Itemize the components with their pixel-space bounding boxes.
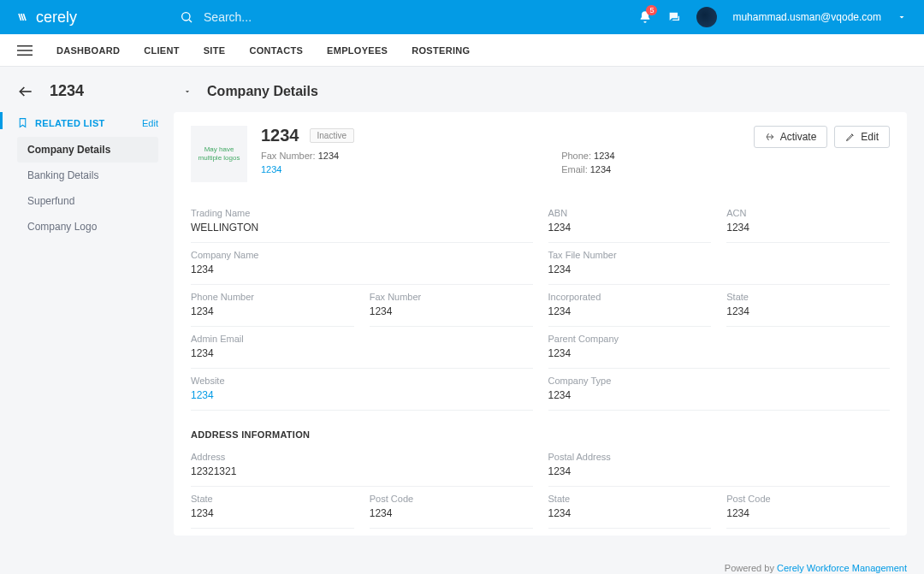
navbar: DASHBOARD CLIENT SITE CONTACTS EMPLOYEES… bbox=[0, 34, 924, 67]
search-icon bbox=[180, 10, 193, 24]
sidebar: RELATED LIST Edit Company Details Bankin… bbox=[17, 112, 158, 536]
status-badge: Inactive bbox=[310, 128, 354, 143]
chevron-down-icon[interactable] bbox=[897, 12, 907, 22]
company-logo-placeholder: May have multiple logos bbox=[191, 126, 247, 182]
chat-icon[interactable] bbox=[667, 10, 681, 24]
nav-contacts[interactable]: CONTACTS bbox=[249, 45, 303, 56]
field-incorporated: Incorporated 1234 bbox=[548, 285, 712, 327]
brand-name: cerely bbox=[36, 9, 77, 27]
sidebar-item-company-details[interactable]: Company Details bbox=[17, 137, 158, 163]
field-postal-address: Postal Address 1234 bbox=[548, 445, 891, 487]
dropdown-caret-icon[interactable] bbox=[183, 87, 192, 96]
pencil-icon bbox=[845, 132, 856, 142]
field-fax: Fax Number 1234 bbox=[370, 285, 533, 327]
nav-site[interactable]: SITE bbox=[204, 45, 226, 56]
field-address: Address 12321321 bbox=[191, 445, 533, 487]
activate-icon bbox=[765, 132, 775, 142]
field-state: State 1234 bbox=[726, 285, 890, 327]
page-id: 1234 bbox=[50, 82, 84, 100]
address-section-heading: ADDRESS INFORMATION bbox=[191, 411, 890, 445]
fax-meta: Fax Number: 1234 bbox=[261, 151, 339, 161]
footer-link[interactable]: Cerely Workforce Management bbox=[777, 563, 907, 573]
content: RELATED LIST Edit Company Details Bankin… bbox=[0, 112, 924, 553]
edit-button[interactable]: Edit bbox=[834, 126, 890, 148]
svg-point-0 bbox=[182, 13, 190, 21]
field-admin-email: Admin Email 1234 bbox=[191, 327, 533, 369]
sidebar-indicator bbox=[0, 112, 3, 129]
topbar-right: 5 muhammad.usman@vqode.com bbox=[638, 7, 907, 27]
email-meta: Email: 1234 bbox=[561, 164, 614, 175]
bookmark-icon bbox=[17, 117, 28, 128]
back-arrow-icon[interactable] bbox=[17, 83, 34, 100]
page-header: 1234 Company Details bbox=[0, 67, 924, 112]
main-card: May have multiple logos 1234 Inactive Fa… bbox=[174, 112, 907, 536]
activate-button[interactable]: Activate bbox=[754, 126, 828, 148]
related-header: RELATED LIST Edit bbox=[17, 112, 158, 137]
brand-logo[interactable]: cerely bbox=[17, 9, 77, 27]
field-abn: ABN 1234 bbox=[548, 201, 712, 243]
company-link[interactable]: 1234 bbox=[261, 164, 339, 175]
page-title: Company Details bbox=[207, 84, 318, 99]
related-edit-link[interactable]: Edit bbox=[142, 118, 158, 128]
field-address-postcode1: Post Code 1234 bbox=[370, 487, 533, 529]
nav-client[interactable]: CLIENT bbox=[144, 45, 180, 56]
phone-meta: Phone: 1234 bbox=[561, 151, 614, 161]
sidebar-item-superfund[interactable]: Superfund bbox=[17, 188, 158, 214]
field-phone: Phone Number 1234 bbox=[191, 285, 354, 327]
nav-dashboard[interactable]: DASHBOARD bbox=[56, 45, 120, 56]
field-website: Website 1234 bbox=[191, 369, 533, 411]
nav-employees[interactable]: EMPLOYEES bbox=[327, 45, 388, 56]
sidebar-item-company-logo[interactable]: Company Logo bbox=[17, 214, 158, 240]
notification-badge: 5 bbox=[646, 5, 657, 15]
notifications-button[interactable]: 5 bbox=[638, 10, 652, 24]
field-address-postcode2: Post Code 1234 bbox=[726, 487, 890, 529]
field-tfn: Tax File Number 1234 bbox=[548, 243, 891, 285]
menu-icon[interactable] bbox=[17, 44, 33, 56]
svg-line-1 bbox=[189, 20, 192, 22]
detail-grid: Trading Name WELLINGTON ABN 1234 ACN 123… bbox=[191, 201, 890, 529]
field-acn: ACN 1234 bbox=[726, 201, 890, 243]
card-actions: Activate Edit bbox=[754, 126, 890, 148]
field-parent-company: Parent Company 1234 bbox=[548, 327, 891, 369]
related-title: RELATED LIST bbox=[35, 118, 105, 128]
sidebar-item-banking-details[interactable]: Banking Details bbox=[17, 163, 158, 188]
search-input[interactable] bbox=[204, 10, 375, 24]
field-company-name: Company Name 1234 bbox=[191, 243, 533, 285]
field-address-state2: State 1234 bbox=[548, 487, 712, 529]
footer: Powered by Cerely Workforce Management bbox=[0, 553, 924, 574]
search-wrap bbox=[180, 10, 638, 24]
field-address-state1: State 1234 bbox=[191, 487, 354, 529]
user-email: muhammad.usman@vqode.com bbox=[732, 11, 881, 23]
avatar[interactable] bbox=[696, 7, 717, 27]
field-company-type: Company Type 1234 bbox=[548, 369, 891, 411]
company-id: 1234 bbox=[261, 126, 299, 145]
logo-mark-icon bbox=[17, 10, 31, 24]
topbar: cerely 5 muhammad.usman@vqode.com bbox=[0, 0, 924, 34]
nav-rostering[interactable]: ROSTERING bbox=[412, 45, 470, 56]
card-top: May have multiple logos 1234 Inactive Fa… bbox=[191, 126, 890, 182]
field-trading-name: Trading Name WELLINGTON bbox=[191, 201, 533, 243]
